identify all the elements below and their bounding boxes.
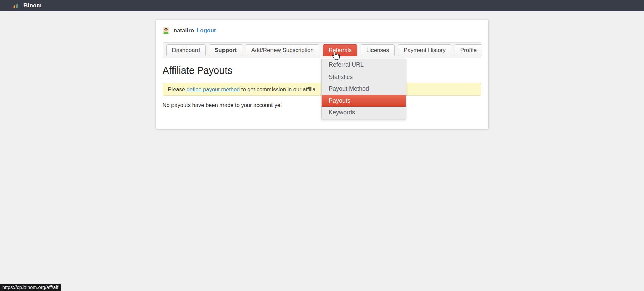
status-url-tooltip: https://cp.binom.org/aff/aff <box>0 284 61 291</box>
nav-payment-history[interactable]: Payment History <box>398 44 451 56</box>
main-card: nataliro Logout Dashboard Support Add/Re… <box>156 20 488 129</box>
user-row: nataliro Logout <box>163 27 481 34</box>
nav-support[interactable]: Support <box>209 44 242 56</box>
notice-suffix: to get commission in our affilia <box>240 86 315 93</box>
menu-item-keywords[interactable]: Keywords <box>322 107 406 119</box>
nav-add-renew-subscription[interactable]: Add/Renew Subscription <box>246 44 319 56</box>
menu-item-payout-method[interactable]: Payout Method <box>322 83 406 95</box>
notice-prefix: Please <box>168 86 187 93</box>
nav-licenses[interactable]: Licenses <box>361 44 395 56</box>
define-payout-method-link[interactable]: define payout method <box>187 86 240 93</box>
nav-referrals[interactable]: Referrals <box>323 44 357 56</box>
bar-chart-icon <box>13 3 19 8</box>
app-bar: Binom <box>0 0 644 11</box>
username: nataliro <box>174 27 194 34</box>
menu-item-statistics[interactable]: Statistics <box>322 71 406 83</box>
menu-item-payouts[interactable]: Payouts <box>322 95 406 107</box>
logout-link[interactable]: Logout <box>197 27 216 34</box>
nav-referrals-wrap: Referrals Referral URL Statistics Payout… <box>323 44 357 56</box>
nav-profile[interactable]: Profile <box>455 44 482 56</box>
referrals-dropdown: Referral URL Statistics Payout Method Pa… <box>321 59 406 119</box>
user-avatar <box>163 27 169 34</box>
nav-dashboard[interactable]: Dashboard <box>166 44 206 56</box>
app-title: Binom <box>23 2 42 9</box>
main-nav: Dashboard Support Add/Renew Subscription… <box>163 42 481 58</box>
menu-item-referral-url[interactable]: Referral URL <box>322 59 406 71</box>
